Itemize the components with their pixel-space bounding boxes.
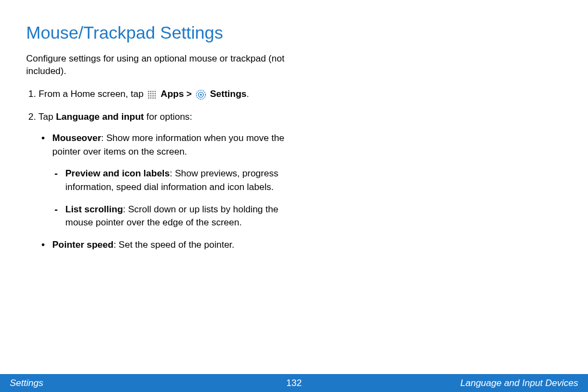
svg-point-3 bbox=[155, 91, 156, 93]
option-pointer-speed: Pointer speed: Set the speed of the poin… bbox=[52, 238, 301, 252]
svg-point-11 bbox=[155, 95, 156, 97]
svg-point-7 bbox=[155, 93, 156, 95]
svg-point-9 bbox=[150, 95, 152, 97]
mouseover-label: Mouseover bbox=[52, 133, 101, 143]
step2-prefix: 2. Tap bbox=[28, 112, 56, 122]
svg-point-12 bbox=[148, 97, 150, 99]
step1-prefix: 1. From a Home screen, tap bbox=[28, 89, 146, 99]
settings-label: Settings bbox=[210, 89, 247, 99]
svg-point-10 bbox=[152, 95, 154, 97]
svg-point-4 bbox=[148, 93, 150, 95]
svg-point-0 bbox=[148, 91, 150, 93]
option-mouseover: Mouseover: Show more information when yo… bbox=[52, 132, 301, 230]
step1-period: . bbox=[247, 89, 249, 99]
footer-left: Settings bbox=[10, 378, 43, 389]
step2-suffix: for options: bbox=[144, 112, 192, 122]
listscroll-label: List scrolling bbox=[65, 204, 123, 215]
intro-text: Configure settings for using an optional… bbox=[26, 53, 301, 78]
preview-label: Preview and icon labels bbox=[65, 168, 170, 179]
content-area: Mouse/Trackpad Settings Configure settin… bbox=[0, 0, 327, 252]
svg-point-2 bbox=[152, 91, 154, 93]
footer-bar: Settings 132 Language and Input Devices bbox=[0, 374, 588, 392]
pointer-label: Pointer speed bbox=[52, 240, 113, 250]
step-1: 1. From a Home screen, tap bbox=[26, 87, 301, 102]
apps-label: Apps > bbox=[161, 89, 194, 99]
step-2: 2. Tap Language and input for options: bbox=[26, 109, 301, 124]
svg-point-15 bbox=[155, 97, 156, 99]
svg-point-1 bbox=[150, 91, 152, 93]
settings-icon bbox=[194, 87, 207, 102]
footer-right: Language and Input Devices bbox=[461, 378, 578, 389]
page-number: 132 bbox=[286, 378, 302, 389]
suboption-preview: Preview and icon labels: Show previews, … bbox=[65, 167, 301, 194]
page-title: Mouse/Trackpad Settings bbox=[26, 23, 301, 43]
svg-point-8 bbox=[148, 95, 150, 97]
pointer-text: : Set the speed of the pointer. bbox=[113, 240, 234, 250]
svg-point-6 bbox=[152, 93, 154, 95]
apps-icon bbox=[146, 87, 158, 102]
suboption-listscroll: List scrolling: Scroll down or up lists … bbox=[65, 203, 301, 230]
mouseover-sublist: Preview and icon labels: Show previews, … bbox=[52, 167, 301, 230]
svg-point-5 bbox=[150, 93, 152, 95]
svg-point-14 bbox=[152, 97, 154, 99]
svg-point-18 bbox=[200, 94, 202, 96]
step2-bold: Language and input bbox=[56, 112, 144, 122]
svg-point-13 bbox=[150, 97, 152, 99]
options-list: Mouseover: Show more information when yo… bbox=[26, 132, 301, 252]
